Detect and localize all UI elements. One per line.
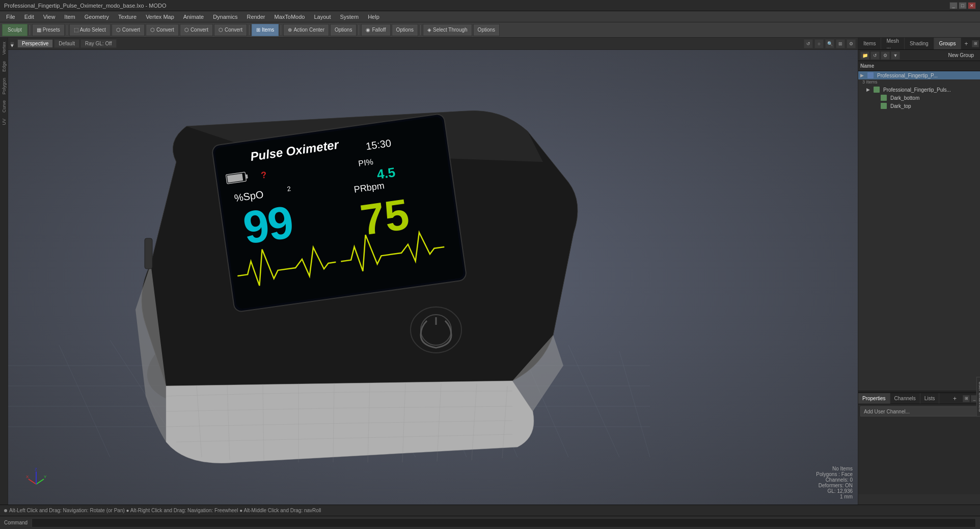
tab-items[interactable]: Items	[858, 38, 881, 49]
properties-content: Add User Channel...	[858, 404, 980, 494]
groups-settings-icon[interactable]: ⚙	[881, 51, 890, 60]
tab-mesh[interactable]: Mesh ...	[881, 38, 904, 49]
toolbar-separator-5	[359, 25, 359, 35]
options-button-2[interactable]: Options	[392, 24, 418, 36]
select-through-icon: ◈	[427, 27, 431, 33]
tab-shading[interactable]: Shading	[905, 38, 934, 49]
gl-label: GL: 12,936	[816, 488, 853, 494]
default-tab[interactable]: Default	[54, 39, 79, 48]
polygon-tool[interactable]: Polygon	[1, 75, 8, 98]
mesh-dark-top-icon	[881, 103, 887, 109]
list-item[interactable]: ▶ Professional_Fingertip_P...	[858, 71, 980, 79]
window-controls[interactable]: _ □ ✕	[949, 2, 976, 9]
toolbar-separator-3	[249, 25, 250, 35]
menu-file[interactable]: File	[2, 13, 19, 21]
viewport-icon-5[interactable]: ⚙	[847, 39, 856, 48]
convert-button-2[interactable]: ⬡ Convert	[146, 24, 179, 36]
menu-texture[interactable]: Texture	[114, 13, 141, 21]
perspective-tab[interactable]: Perspective	[17, 39, 53, 48]
viewport-canvas[interactable]: Pulse Oximeter 15:30 ? PI% %SpO	[8, 50, 858, 505]
viewport-icon-1[interactable]: ↺	[804, 39, 813, 48]
menu-vertex-map[interactable]: Vertex Map	[142, 13, 178, 21]
menu-edit[interactable]: Edit	[20, 13, 38, 21]
tab-groups[interactable]: Groups	[934, 38, 962, 49]
toolbar-separator-2	[67, 25, 67, 35]
menu-render[interactable]: Render	[242, 13, 269, 21]
close-button[interactable]: ✕	[968, 2, 976, 9]
svg-line-38	[36, 479, 44, 484]
menu-system[interactable]: System	[336, 13, 363, 21]
groups-panel: 📁 ↺ ⚙ ▼ New Group Name ▶ Professional_Fi…	[858, 50, 980, 391]
right-panel-expand-icon[interactable]: ⊞	[972, 40, 979, 47]
presets-icon: ▦	[37, 27, 41, 33]
viewport-icon-3[interactable]: 🔍	[825, 39, 834, 48]
viewport-icon-4[interactable]: ⊞	[836, 39, 845, 48]
item-count: 3 Items	[858, 79, 980, 86]
menu-view[interactable]: View	[39, 13, 60, 21]
ray-gl-tab[interactable]: Ray GL: Off	[80, 39, 117, 48]
right-panel-tabs: Items Mesh ... Shading Groups + ⊞ _	[858, 38, 980, 50]
toolbar-separator-4	[281, 25, 281, 35]
uv-tool[interactable]: UV	[1, 116, 8, 128]
no-items-label: No Items	[816, 466, 853, 471]
convert-button-1[interactable]: ⬡ Convert	[112, 24, 145, 36]
maximize-button[interactable]: □	[959, 2, 967, 9]
main-layout: Vertex Edge Polygon Curve UV ▾ Perspecti…	[0, 38, 980, 505]
vertex-tool[interactable]: Vertex	[1, 39, 8, 58]
user-channels-tab[interactable]: User Channels	[976, 377, 980, 416]
menu-animate[interactable]: Animate	[179, 13, 208, 21]
svg-text:99: 99	[240, 197, 295, 254]
groups-filter-icon[interactable]: ▼	[891, 51, 900, 60]
minimize-button[interactable]: _	[949, 2, 958, 9]
command-input[interactable]	[32, 518, 976, 527]
items-button[interactable]: ⊞ Items	[252, 24, 279, 36]
properties-tab[interactable]: Properties	[858, 393, 890, 404]
statusbar-text: Alt-Left Click and Drag: Navigation: Rot…	[9, 508, 321, 513]
mesh-expand-icon: ▶	[866, 87, 870, 92]
channels-label: Channels: 0	[816, 477, 853, 483]
menu-geometry[interactable]: Geometry	[80, 13, 113, 21]
action-center-button[interactable]: ⊕ Action Center	[283, 24, 329, 36]
falloff-icon: ◉	[366, 27, 370, 33]
select-through-button[interactable]: ◈ Select Through	[423, 24, 472, 36]
viewport-menu-icon[interactable]: ▾	[10, 42, 14, 46]
new-group-button[interactable]: New Group	[944, 51, 978, 59]
properties-tab-add[interactable]: +	[950, 393, 960, 404]
groups-toolbar: 📁 ↺ ⚙ ▼ New Group	[858, 50, 980, 61]
list-item[interactable]: Dark_top	[858, 102, 980, 110]
right-panel: Items Mesh ... Shading Groups + ⊞ _ 📁 ↺ …	[858, 38, 980, 505]
channels-tab[interactable]: Channels	[890, 393, 920, 404]
groups-new-icon[interactable]: 📁	[860, 51, 869, 60]
sculpt-button[interactable]: Sculpt	[2, 24, 28, 36]
svg-text:4.5: 4.5	[376, 164, 396, 182]
falloff-button[interactable]: ◉ Falloff	[361, 24, 390, 36]
options-button-3[interactable]: Options	[473, 24, 500, 36]
left-panel: Vertex Edge Polygon Curve UV	[0, 38, 8, 505]
groups-refresh-icon[interactable]: ↺	[870, 51, 880, 60]
convert-button-3[interactable]: ⬡ Convert	[180, 24, 213, 36]
list-item[interactable]: Dark_bottom	[858, 94, 980, 102]
viewport-icon-2[interactable]: ○	[814, 39, 824, 48]
viewport[interactable]: ▾ Perspective Default Ray GL: Off ↺ ○ 🔍 …	[8, 38, 858, 505]
add-channel-button[interactable]: Add User Channel...	[860, 406, 978, 416]
options-button-1[interactable]: Options	[330, 24, 357, 36]
tab-add-button[interactable]: +	[961, 38, 971, 49]
menu-layout[interactable]: Layout	[310, 13, 335, 21]
presets-button[interactable]: ▦ Presets	[32, 24, 65, 36]
prop-expand-icon[interactable]: ⊞	[963, 395, 970, 402]
group-item-label: Professional_Fingertip_P...	[877, 73, 938, 78]
lists-tab[interactable]: Lists	[920, 393, 940, 404]
menu-maxtomodo[interactable]: MaxToModo	[270, 13, 309, 21]
convert-button-4[interactable]: ⬡ Convert	[214, 24, 247, 36]
edge-tool[interactable]: Edge	[1, 58, 8, 75]
curve-tool[interactable]: Curve	[1, 97, 8, 116]
dark-top-label: Dark_top	[890, 103, 911, 109]
menu-bar: File Edit View Item Geometry Texture Ver…	[0, 11, 980, 22]
list-item[interactable]: ▶ Professional_Fingertip_Puls...	[858, 86, 980, 94]
auto-select-button[interactable]: ⬚ Auto Select	[69, 24, 111, 36]
menu-item[interactable]: Item	[60, 13, 79, 21]
menu-dynamics[interactable]: Dynamics	[209, 13, 241, 21]
status-bar: Alt-Left Click and Drag: Navigation: Rot…	[0, 505, 980, 516]
menu-help[interactable]: Help	[364, 13, 384, 21]
svg-text:X: X	[26, 475, 29, 479]
